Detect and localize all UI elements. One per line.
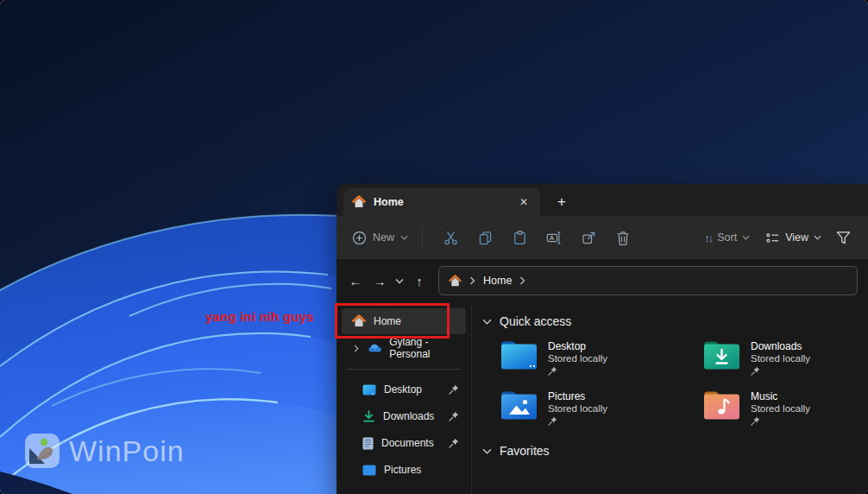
pin-icon xyxy=(548,366,607,376)
share-button[interactable] xyxy=(571,223,606,252)
documents-icon xyxy=(362,437,374,450)
view-button[interactable]: View xyxy=(758,226,828,250)
tile-pictures[interactable]: Pictures Stored locally xyxy=(500,390,702,426)
sidebar: Home Gylang - Personal xyxy=(337,302,471,494)
tile-name: Pictures xyxy=(548,390,607,402)
share-icon xyxy=(581,230,597,246)
pin-icon xyxy=(751,366,810,376)
sidebar-item-label: Documents xyxy=(381,437,434,449)
sidebar-item-onedrive[interactable]: Gylang - Personal xyxy=(342,335,466,361)
tile-status: Stored locally xyxy=(548,353,607,364)
chevron-down-icon xyxy=(482,319,492,325)
sidebar-item-desktop[interactable]: Desktop xyxy=(342,377,466,402)
window-body: Home Gylang - Personal xyxy=(337,302,868,494)
favorites-header[interactable]: Favorites xyxy=(479,444,868,458)
sort-icon: ↑↓ xyxy=(704,231,712,244)
tile-status: Stored locally xyxy=(751,353,810,364)
content-pane: Quick access Desktop Stored locally xyxy=(471,302,868,494)
copy-icon xyxy=(477,230,494,246)
breadcrumb-home[interactable]: Home xyxy=(483,275,512,287)
desktop-folder-icon xyxy=(500,339,538,371)
delete-button[interactable] xyxy=(606,223,640,252)
sidebar-item-pictures[interactable]: Pictures xyxy=(342,457,466,483)
cut-icon xyxy=(443,230,459,246)
back-button[interactable]: ← xyxy=(343,269,368,293)
toolbar-separator xyxy=(422,226,423,249)
command-bar: New xyxy=(337,216,868,259)
filter-button[interactable] xyxy=(830,223,856,252)
address-bar[interactable]: Home xyxy=(438,266,858,295)
rename-icon: A xyxy=(545,230,563,246)
toolbar-right-group: ↑↓ Sort View xyxy=(697,223,856,252)
winpoin-logo-icon xyxy=(24,433,60,469)
chevron-down-icon xyxy=(400,235,408,240)
pin-icon xyxy=(449,411,459,421)
pin-icon xyxy=(548,416,607,426)
tile-downloads[interactable]: Downloads Stored locally xyxy=(702,339,868,376)
tab-bar: Home ✕ + xyxy=(337,184,868,216)
paste-icon xyxy=(512,230,528,246)
pin-icon xyxy=(449,438,459,448)
sidebar-item-home[interactable]: Home xyxy=(342,308,466,334)
winpoin-watermark-text: WinPoin xyxy=(69,434,185,468)
tile-music[interactable]: Music Stored locally xyxy=(702,390,868,426)
filter-icon xyxy=(835,230,852,245)
chevron-right-icon[interactable] xyxy=(352,345,361,352)
desktop: WinPoin yang ini nih guys Home ✕ + xyxy=(0,0,868,494)
sort-button[interactable]: ↑↓ Sort xyxy=(697,226,757,250)
pictures-icon xyxy=(362,465,376,476)
chevron-right-icon xyxy=(469,276,475,285)
sidebar-item-label: Downloads xyxy=(383,410,434,422)
section-title: Quick access xyxy=(500,314,571,328)
sidebar-item-downloads[interactable]: Downloads xyxy=(342,403,466,429)
recent-locations-button[interactable] xyxy=(392,269,407,293)
quick-access-header[interactable]: Quick access xyxy=(479,314,868,328)
chevron-down-icon xyxy=(395,278,404,284)
new-button[interactable]: New xyxy=(349,225,412,250)
up-button[interactable]: ↑ xyxy=(407,269,431,293)
section-title: Favorites xyxy=(500,444,550,458)
chevron-down-icon xyxy=(482,448,492,454)
new-tab-button[interactable]: + xyxy=(549,191,575,213)
chevron-down-icon xyxy=(742,235,750,240)
chevron-right-icon xyxy=(519,276,525,285)
tile-name: Music xyxy=(751,390,810,402)
pin-icon xyxy=(449,384,459,395)
sort-button-label: Sort xyxy=(717,231,737,244)
downloads-icon xyxy=(362,410,375,422)
sidebar-item-documents[interactable]: Documents xyxy=(342,430,466,456)
tab-close-button[interactable]: ✕ xyxy=(516,194,531,210)
navigation-bar: ← → ↑ Home xyxy=(337,259,868,302)
sidebar-separator xyxy=(347,369,461,370)
downloads-folder-icon xyxy=(702,339,741,371)
chevron-down-icon xyxy=(814,235,821,240)
tile-desktop[interactable]: Desktop Stored locally xyxy=(500,339,702,376)
view-button-label: View xyxy=(785,231,808,244)
tile-name: Downloads xyxy=(751,340,810,352)
rename-button[interactable]: A xyxy=(537,223,571,252)
sidebar-item-label: Pictures xyxy=(384,464,421,476)
pictures-folder-icon xyxy=(500,390,538,421)
annotation-text: yang ini nih guys xyxy=(205,309,314,324)
tab-title: Home xyxy=(374,196,404,208)
home-icon xyxy=(352,195,366,209)
home-icon xyxy=(449,275,462,288)
tile-name: Desktop xyxy=(548,340,607,352)
onedrive-cloud-icon xyxy=(368,343,381,353)
home-icon xyxy=(352,314,366,328)
plus-circle-icon xyxy=(352,231,367,245)
tab-home[interactable]: Home ✕ xyxy=(343,188,540,216)
cut-button[interactable] xyxy=(433,223,468,252)
tile-status: Stored locally xyxy=(548,403,607,414)
sidebar-item-label: Home xyxy=(374,315,401,327)
quick-access-grid: Desktop Stored locally xyxy=(479,328,868,426)
forward-button[interactable]: → xyxy=(368,269,392,293)
paste-button[interactable] xyxy=(502,223,537,252)
svg-text:A: A xyxy=(550,233,554,241)
sidebar-item-label: Desktop xyxy=(384,383,422,396)
music-folder-icon xyxy=(702,390,741,421)
winpoin-watermark: WinPoin xyxy=(24,433,185,469)
copy-button[interactable] xyxy=(468,223,502,252)
file-explorer-window: Home ✕ + New xyxy=(337,184,868,494)
sidebar-item-label: Gylang - Personal xyxy=(389,336,459,360)
